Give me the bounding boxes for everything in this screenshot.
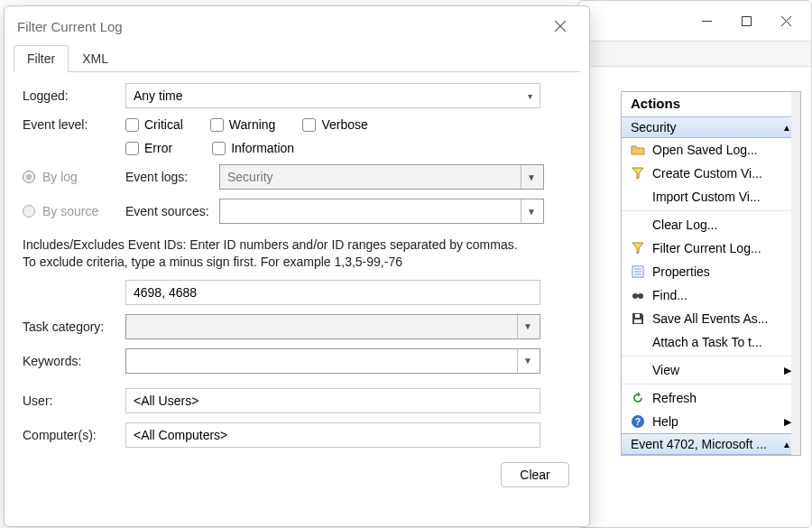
blank-icon bbox=[631, 335, 645, 349]
logged-value: Any time bbox=[134, 88, 182, 103]
label-event-logs: Event logs: bbox=[125, 170, 219, 184]
bg-close-button[interactable] bbox=[766, 7, 806, 34]
label-logged: Logged: bbox=[23, 88, 122, 103]
folder-icon bbox=[631, 143, 645, 157]
action-open-saved-log[interactable]: Open Saved Log... bbox=[622, 138, 800, 162]
help-icon: ? bbox=[631, 414, 645, 429]
action-save-all-events[interactable]: Save All Events As... bbox=[622, 307, 800, 330]
actions-title: Actions bbox=[622, 92, 800, 116]
dropdown-arrow-icon: ▼ bbox=[517, 349, 532, 373]
label-user: User: bbox=[23, 394, 122, 408]
event-sources-dropdown[interactable]: ▼ bbox=[219, 199, 544, 224]
funnel-icon bbox=[631, 166, 645, 181]
checkbox-error[interactable]: Error bbox=[125, 141, 172, 155]
svg-rect-10 bbox=[637, 294, 639, 296]
dialog-title: Filter Current Log bbox=[17, 19, 123, 34]
svg-rect-12 bbox=[634, 320, 641, 323]
blank-icon bbox=[631, 190, 645, 204]
checkbox-verbose[interactable]: Verbose bbox=[302, 117, 367, 132]
blank-icon bbox=[631, 218, 645, 232]
event-logs-value: Security bbox=[227, 170, 273, 184]
action-help[interactable]: ? Help ▶ bbox=[622, 410, 800, 433]
refresh-icon bbox=[631, 391, 645, 405]
keywords-dropdown[interactable]: ▼ bbox=[125, 348, 540, 374]
event-ids-input[interactable] bbox=[125, 280, 540, 305]
action-import-custom-view[interactable]: Import Custom Vi... bbox=[622, 185, 800, 208]
submenu-arrow-icon: ▶ bbox=[784, 416, 791, 428]
checkbox-warning[interactable]: Warning bbox=[210, 117, 276, 132]
tab-filter[interactable]: Filter bbox=[14, 45, 69, 72]
filter-dialog: Filter Current Log Filter XML Logged: An… bbox=[4, 5, 590, 527]
checkbox-critical[interactable]: Critical bbox=[125, 117, 183, 132]
dialog-titlebar: Filter Current Log bbox=[5, 6, 589, 44]
binoculars-icon bbox=[631, 288, 645, 302]
radio-by-log[interactable]: By log bbox=[23, 170, 122, 184]
checkbox-information[interactable]: Information bbox=[212, 141, 294, 155]
event-viewer-window: Actions Security ▲ Open Saved Log... Cre… bbox=[577, 0, 812, 528]
label-keywords: Keywords: bbox=[23, 354, 122, 368]
collapse-icon: ▲ bbox=[782, 440, 791, 449]
chevron-down-icon: ▾ bbox=[528, 91, 532, 101]
svg-text:?: ? bbox=[635, 417, 641, 427]
dropdown-arrow-icon: ▼ bbox=[517, 315, 532, 338]
label-event-sources: Event sources: bbox=[125, 204, 219, 218]
actions-scrollbar[interactable] bbox=[791, 92, 800, 455]
actions-group2-label: Event 4702, Microsoft ... bbox=[631, 437, 767, 451]
actions-group-security[interactable]: Security ▲ bbox=[622, 116, 800, 138]
radio-icon bbox=[23, 171, 35, 183]
close-button[interactable] bbox=[544, 14, 577, 39]
clear-button[interactable]: Clear bbox=[501, 462, 569, 487]
blank-icon bbox=[631, 363, 645, 377]
radio-icon bbox=[23, 205, 35, 218]
task-category-dropdown[interactable]: ▼ bbox=[125, 314, 540, 339]
actions-group-event[interactable]: Event 4702, Microsoft ... ▲ bbox=[622, 433, 800, 455]
action-refresh[interactable]: Refresh bbox=[622, 386, 800, 410]
funnel-icon bbox=[631, 241, 645, 255]
logged-dropdown[interactable]: Any time ▾ bbox=[125, 83, 540, 108]
save-icon bbox=[631, 311, 645, 326]
action-filter-current-log[interactable]: Filter Current Log... bbox=[622, 236, 800, 260]
label-computers: Computer(s): bbox=[23, 428, 122, 442]
label-task-category: Task category: bbox=[23, 320, 122, 334]
maximize-button[interactable] bbox=[726, 7, 766, 34]
submenu-arrow-icon: ▶ bbox=[784, 365, 791, 376]
bg-toolbar bbox=[578, 42, 811, 67]
action-create-custom-view[interactable]: Create Custom Vi... bbox=[622, 162, 800, 185]
radio-by-source[interactable]: By source bbox=[23, 204, 122, 218]
action-find[interactable]: Find... bbox=[622, 283, 800, 307]
action-clear-log[interactable]: Clear Log... bbox=[622, 213, 800, 236]
properties-icon bbox=[631, 264, 645, 279]
user-input[interactable] bbox=[125, 388, 540, 413]
dropdown-arrow-icon: ▼ bbox=[521, 165, 536, 189]
actions-group-label: Security bbox=[631, 120, 677, 134]
action-properties[interactable]: Properties bbox=[622, 260, 800, 283]
label-event-level: Event level: bbox=[23, 117, 122, 132]
collapse-icon: ▲ bbox=[782, 123, 791, 133]
tabs: Filter XML bbox=[5, 44, 589, 71]
action-view[interactable]: View ▶ bbox=[622, 358, 800, 382]
actions-pane: Actions Security ▲ Open Saved Log... Cre… bbox=[621, 91, 801, 456]
action-attach-task[interactable]: Attach a Task To t... bbox=[622, 330, 800, 354]
tab-xml[interactable]: XML bbox=[69, 45, 122, 72]
computers-input[interactable] bbox=[125, 422, 540, 448]
event-logs-dropdown[interactable]: Security ▼ bbox=[219, 164, 544, 190]
dropdown-arrow-icon: ▼ bbox=[521, 199, 536, 223]
svg-rect-11 bbox=[635, 314, 640, 318]
bg-titlebar bbox=[578, 1, 811, 41]
minimize-button[interactable] bbox=[687, 7, 726, 34]
include-exclude-desc: Includes/Excludes Event IDs: Enter ID nu… bbox=[23, 233, 528, 271]
svg-rect-1 bbox=[742, 16, 751, 25]
